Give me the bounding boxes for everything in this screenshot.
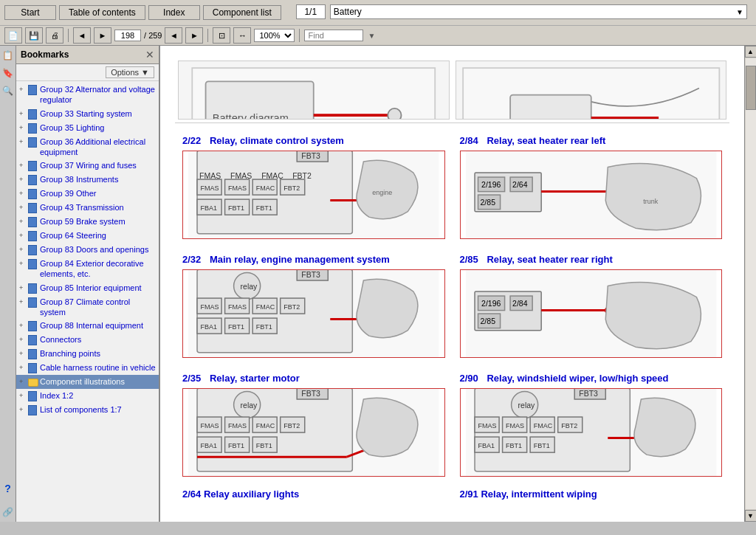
panel-icon-5[interactable]: 🔗 [1, 505, 15, 519]
svg-text:FBT2: FBT2 [284, 303, 300, 311]
sidebar-item-group33[interactable]: + Group 33 Starting system [16, 107, 159, 121]
page-total: / 259 [144, 31, 162, 40]
sidebar-item-label-group85: Group 85 Interior equipment [40, 283, 142, 293]
fit-page-icon[interactable]: ⊡ [213, 27, 230, 44]
scrollbar-right[interactable]: ▲ ▼ [744, 46, 756, 522]
svg-text:FBT2: FBT2 [284, 422, 300, 429]
sidebar-item-label-group64: Group 64 Steering [40, 230, 106, 241]
find-input[interactable] [304, 30, 363, 41]
sidebar-item-index12[interactable]: + Index 1:2 [16, 389, 159, 403]
expand-icon-group37: + [19, 162, 27, 169]
nav-forward-icon[interactable]: ► [94, 27, 111, 44]
sidebar-list: + Group 32 Alternator and voltage regula… [16, 81, 159, 522]
sidebar-item-label-group32: Group 32 Alternator and voltage regulato… [40, 84, 156, 106]
sidebar-item-cable[interactable]: + Cable harness routine in vehicle [16, 361, 159, 375]
sidebar-item-label-group36: Group 36 Additional electrical equipment [40, 137, 156, 158]
panel-icon-2[interactable]: 🔖 [1, 66, 15, 80]
sidebar-item-label-group88: Group 88 Internal equipment [40, 320, 143, 331]
sidebar-item-group87[interactable]: + Group 87 Climate control system [16, 295, 159, 320]
sidebar-item-group39[interactable]: + Group 39 Other [16, 187, 159, 201]
scroll-thumb[interactable] [746, 66, 756, 110]
svg-text:FMAS: FMAS [201, 184, 219, 192]
svg-text:2/196: 2/196 [481, 298, 501, 307]
expand-icon-group83: + [19, 246, 27, 253]
page-prev-icon[interactable]: ◄ [165, 27, 182, 44]
item-icon-group36 [28, 137, 38, 148]
table-of-contents-button[interactable]: Table of contents [59, 5, 145, 20]
svg-text:FMAS: FMAS [228, 303, 247, 311]
svg-text:FBA1: FBA1 [201, 442, 218, 449]
sidebar-item-connectors[interactable]: + Connectors [16, 333, 159, 347]
sidebar-item-group37[interactable]: + Group 37 Wiring and fuses [16, 159, 159, 173]
sidebar-item-group88[interactable]: + Group 88 Internal equipment [16, 319, 159, 333]
sidebar-item-label-group35: Group 35 Lighting [40, 122, 104, 133]
nav-dropdown[interactable]: Battery ▼ [330, 4, 747, 19]
sidebar-item-group36[interactable]: + Group 36 Additional electrical equipme… [16, 135, 159, 159]
sidebar-item-label-branching: Branching points [40, 348, 100, 359]
bottom-291: 2/91 Relay, intermittent wiping [453, 486, 730, 505]
sidebar-item-group43[interactable]: + Group 43 Transmission [16, 201, 159, 215]
fit-width-icon[interactable]: ↔ [233, 27, 251, 44]
scroll-track[interactable] [746, 58, 756, 509]
item-icon-group33 [28, 109, 38, 120]
panel-icon-4[interactable]: ? [1, 482, 15, 495]
svg-text:2/85: 2/85 [480, 317, 495, 325]
svg-text:FBA1: FBA1 [478, 442, 495, 449]
sidebar-item-label-group39: Group 39 Other [40, 188, 96, 199]
svg-text:FMAS: FMAS [506, 422, 524, 429]
diagram-290-title: 2/90 Relay, windshield wiper, low/high s… [460, 373, 723, 384]
expand-icon-list17: + [19, 406, 27, 413]
panel-icon-3[interactable]: 🔍 [1, 84, 15, 97]
sidebar-item-component_illus[interactable]: + Component illustrations [16, 375, 159, 389]
save-icon[interactable]: 💾 [25, 27, 43, 44]
expand-icon-connectors: + [19, 336, 27, 343]
svg-text:FBT2: FBT2 [292, 170, 312, 179]
sidebar-item-label-group59: Group 59 Brake system [40, 216, 126, 227]
svg-text:FBT1: FBT1 [228, 204, 244, 212]
sidebar-item-group83[interactable]: + Group 83 Doors and openings [16, 243, 159, 257]
sidebar-item-group64[interactable]: + Group 64 Steering [16, 229, 159, 243]
svg-text:FBT1: FBT1 [256, 323, 272, 331]
top-img-left: Battery diagram [178, 61, 450, 120]
sidebar-item-group59[interactable]: + Group 59 Brake system [16, 215, 159, 229]
expand-icon-group32: + [19, 86, 27, 93]
print-icon[interactable]: 🖨 [46, 27, 63, 44]
expand-icon-group43: + [19, 204, 27, 211]
diagram-290-box: FBT3 relay FMAS FMAS FMAC FBT2 FBA1 FBT1… [460, 388, 723, 477]
svg-text:relay: relay [241, 401, 258, 410]
diagram-232-box: FBT3 relay FMAS FMAS FMAC FBT2 FBA1 F [182, 269, 445, 358]
content-scroll[interactable]: Battery diagram [160, 46, 744, 522]
expand-icon-index12: + [19, 392, 27, 399]
top-images-row: Battery diagram [175, 58, 729, 123]
scroll-down-button[interactable]: ▼ [745, 510, 757, 522]
diagram-232-svg: FBT3 relay FMAS FMAS FMAC FBT2 FBA1 F [186, 269, 441, 358]
sidebar-item-label-connectors: Connectors [40, 334, 81, 345]
zoom-select[interactable]: 100%75%150% [254, 29, 295, 42]
bottom-diagram-grid: 2/64 Relay auxiliary lights 2/91 Relay, … [175, 486, 729, 505]
nav-back-icon[interactable]: ◄ [73, 27, 91, 44]
page-next-icon[interactable]: ► [185, 27, 203, 44]
item-icon-group39 [28, 189, 38, 199]
index-button[interactable]: Index [148, 5, 200, 20]
new-icon[interactable]: 📄 [4, 27, 22, 44]
component-list-button[interactable]: Component list [203, 5, 281, 20]
sidebar-item-branching[interactable]: + Branching points [16, 347, 159, 361]
sidebar-item-group85[interactable]: + Group 85 Interior equipment [16, 281, 159, 295]
expand-icon-group33: + [19, 110, 27, 117]
sidebar-item-group38[interactable]: + Group 38 Instruments [16, 173, 159, 187]
item-icon-group87 [28, 297, 38, 308]
content-area: Battery diagram [160, 46, 756, 522]
expand-icon-group35: + [19, 124, 27, 131]
sidebar-item-group32[interactable]: + Group 32 Alternator and voltage regula… [16, 83, 159, 107]
options-button[interactable]: Options ▼ [106, 66, 154, 78]
svg-text:2/196: 2/196 [481, 179, 501, 188]
panel-icon-1[interactable]: 📋 [1, 49, 15, 62]
start-button[interactable]: Start [4, 5, 56, 20]
svg-point-3 [388, 108, 401, 120]
scroll-up-button[interactable]: ▲ [745, 46, 757, 58]
sidebar-close-icon[interactable]: ✕ [145, 49, 154, 61]
sidebar-item-group35[interactable]: + Group 35 Lighting [16, 121, 159, 135]
sidebar-item-group84[interactable]: + Group 84 Exterior decorative elements,… [16, 257, 159, 281]
page-number-input[interactable] [114, 30, 141, 41]
sidebar-item-list17[interactable]: + List of components 1:7 [16, 403, 159, 417]
